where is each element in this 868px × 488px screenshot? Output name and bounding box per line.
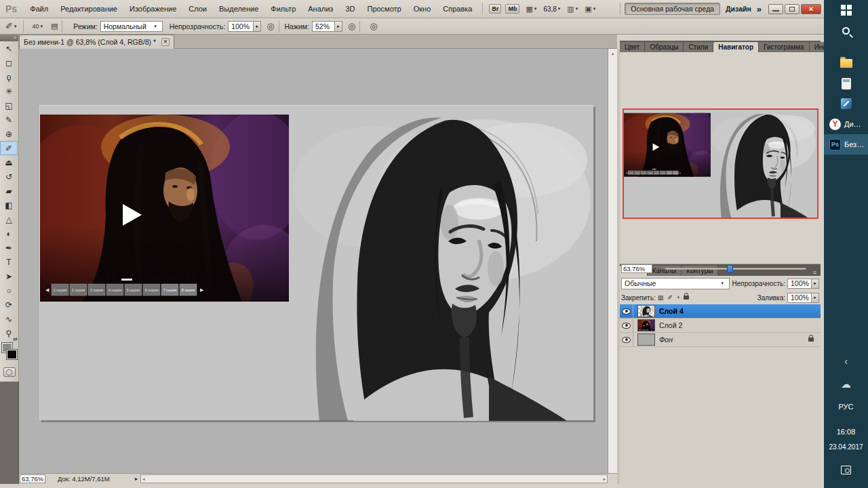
action-center-button[interactable] xyxy=(824,460,868,480)
bridge-button[interactable]: Br xyxy=(489,4,501,14)
eraser-tool[interactable]: ▰ xyxy=(0,184,18,198)
close-button[interactable]: × xyxy=(801,4,821,14)
swap-colors-icon[interactable]: ⇄ xyxy=(13,336,18,342)
workspace-overflow-icon[interactable]: » xyxy=(757,4,762,14)
menu-view[interactable]: Просмотр xyxy=(361,0,407,18)
language-indicator[interactable]: РУС xyxy=(824,396,868,417)
view-extras-icon[interactable]: ▦ xyxy=(526,5,532,14)
quick-mask-button[interactable]: ◯ xyxy=(3,367,16,377)
layer-fill-spinner[interactable]: ▸ xyxy=(812,293,819,303)
healing-brush-tool[interactable]: ⊕ xyxy=(0,127,18,141)
restore-button[interactable] xyxy=(785,4,800,14)
layer-row-sloy4[interactable]: Слой 4 xyxy=(620,304,821,319)
layer-thumbnail[interactable] xyxy=(637,319,655,331)
mini-bridge-button[interactable]: Mb xyxy=(505,4,519,14)
clone-stamp-tool[interactable]: ⏏ xyxy=(0,155,18,169)
visibility-toggle[interactable] xyxy=(620,319,633,333)
blur-tool[interactable]: △ xyxy=(0,212,18,226)
tab-color[interactable]: Цвет xyxy=(620,42,645,52)
lock-all-icon[interactable] xyxy=(684,296,689,300)
menu-edit[interactable]: Редактирование xyxy=(54,0,123,18)
zoom-level-button[interactable]: 63,8 xyxy=(543,5,556,13)
move-tool[interactable]: ↖ xyxy=(0,41,18,56)
airbrush-toggle-icon[interactable]: ◎ xyxy=(348,21,355,31)
tray-cloud-button[interactable]: ☁ xyxy=(824,374,868,394)
navigator-proxy-view[interactable] xyxy=(623,108,818,219)
snipping-tool-button[interactable] xyxy=(824,94,868,114)
canvas[interactable] xyxy=(39,105,593,420)
type-tool[interactable]: T xyxy=(0,255,18,269)
tools-collapse-icon[interactable]: » xyxy=(0,35,18,41)
zoom-in-icon[interactable]: ▲ xyxy=(810,265,816,272)
dodge-tool[interactable]: ◐ xyxy=(0,226,18,241)
tab-navigator[interactable]: Навигатор xyxy=(713,42,759,52)
menu-image[interactable]: Изображение xyxy=(123,0,182,18)
tab-styles[interactable]: Стили xyxy=(684,42,713,52)
lasso-tool[interactable]: ϙ xyxy=(0,70,18,84)
brush-tool[interactable]: ✐ xyxy=(0,141,18,155)
minimize-button[interactable] xyxy=(768,4,783,14)
layer-row-background[interactable]: Фон xyxy=(620,333,821,347)
scroll-right-icon[interactable]: ▸ xyxy=(603,476,606,482)
gradient-tool[interactable]: ◧ xyxy=(0,198,18,212)
pen-tool[interactable]: ✒ xyxy=(0,241,18,255)
tab-histogram[interactable]: Гистограмма xyxy=(759,42,810,52)
blend-mode-select[interactable]: Нормальный ▾ xyxy=(100,21,163,32)
status-menu-icon[interactable]: ▸ xyxy=(135,476,138,482)
visibility-toggle[interactable] xyxy=(620,333,633,347)
layer-fill-input[interactable]: 100% xyxy=(787,293,812,303)
brush-size-picker[interactable]: 40 xyxy=(32,24,39,29)
layer-row-sloy2[interactable]: Слой 2 xyxy=(620,319,821,333)
quick-selection-tool[interactable]: ✳ xyxy=(0,84,18,98)
menu-select[interactable]: Выделение xyxy=(213,0,264,18)
scroll-left-icon[interactable]: ◂ xyxy=(142,476,145,482)
lock-position-icon[interactable]: + xyxy=(676,293,681,302)
clock-date[interactable]: 23.04.2017 xyxy=(824,436,868,457)
path-selection-tool[interactable]: ➤ xyxy=(0,269,18,283)
toggle-brush-panel-icon[interactable]: ▤ xyxy=(51,22,58,30)
opacity-input[interactable]: 100% xyxy=(228,21,254,32)
layer-thumbnail[interactable] xyxy=(637,305,655,317)
start-button[interactable] xyxy=(824,0,868,20)
eyedropper-tool[interactable]: ✎ xyxy=(0,113,18,127)
marquee-tool[interactable]: ◻ xyxy=(0,56,18,70)
lock-transparency-icon[interactable]: ▨ xyxy=(657,293,665,302)
brush-tool-preset-icon[interactable]: ✐ xyxy=(5,21,13,31)
flow-input[interactable]: 52% xyxy=(312,21,335,32)
workspace-primary-button[interactable]: Основная рабочая среда xyxy=(625,3,720,15)
3d-rotate-tool[interactable]: ⟳ xyxy=(0,298,18,312)
tab-swatches[interactable]: Образцы xyxy=(645,42,684,52)
3d-orbit-tool[interactable]: ∿ xyxy=(0,312,18,326)
document-tab[interactable]: Без имени-1 @ 63,8% (Слой 4, RGB/8) * × xyxy=(19,35,174,49)
yandex-browser-button[interactable]: Y Ди… xyxy=(824,114,868,134)
layer-blend-mode-select[interactable]: Обычные ▾ xyxy=(621,278,730,289)
shape-tool[interactable]: ○ xyxy=(0,283,18,298)
navigator-zoom-input[interactable]: 63.76% xyxy=(621,264,652,273)
close-tab-icon[interactable]: × xyxy=(161,38,170,46)
calculator-button[interactable] xyxy=(824,73,868,94)
menu-filter[interactable]: Фильтр xyxy=(264,0,302,18)
zoom-slider-handle[interactable] xyxy=(727,265,733,273)
vertical-scrollbar[interactable]: ▴ xyxy=(608,49,617,473)
horizontal-scrollbar[interactable]: ◂ ▸ xyxy=(140,474,608,483)
file-explorer-button[interactable] xyxy=(824,53,868,73)
menu-file[interactable]: Файл xyxy=(24,0,54,18)
photoshop-taskbar-button[interactable]: Ps Без… xyxy=(824,134,868,155)
menu-layers[interactable]: Слои xyxy=(182,0,213,18)
tablet-size-icon[interactable]: ◎ xyxy=(370,21,377,31)
layer-thumbnail[interactable] xyxy=(637,333,655,346)
scroll-up-icon[interactable]: ▴ xyxy=(608,51,617,56)
workspace-design-button[interactable]: Дизайн xyxy=(720,5,757,13)
menu-analysis[interactable]: Анализ xyxy=(302,0,339,18)
status-zoom-input[interactable]: 63,76% xyxy=(20,474,45,483)
screen-mode-icon[interactable]: ▣ xyxy=(585,5,591,14)
crop-tool[interactable]: ◱ xyxy=(0,98,18,113)
flow-spinner[interactable]: ▸ xyxy=(335,21,342,32)
taskbar-search-button[interactable] xyxy=(824,20,868,41)
opacity-spinner[interactable]: ▸ xyxy=(254,21,261,32)
arrange-documents-icon[interactable]: ▥ xyxy=(567,5,574,14)
canvas-viewport[interactable] xyxy=(19,49,608,473)
tablet-opacity-icon[interactable]: ◎ xyxy=(267,21,274,31)
show-hidden-icons-button[interactable]: ‹ xyxy=(824,351,868,371)
history-brush-tool[interactable]: ↺ xyxy=(0,169,18,184)
